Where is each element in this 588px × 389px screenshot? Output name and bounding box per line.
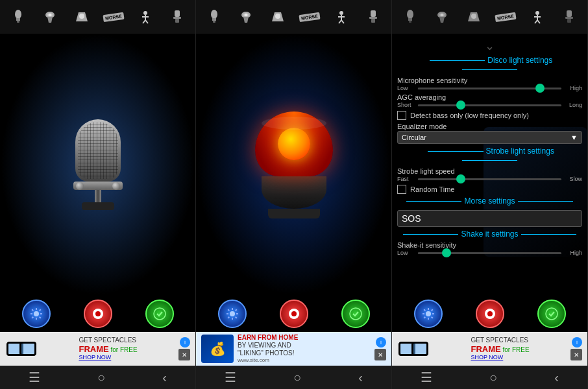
ad-text-1: GET SPECTACLES FRAME for FREE SHOP NOW — [79, 336, 137, 361]
beam3-icon[interactable] — [463, 6, 484, 27]
strobe-slider-thumb[interactable] — [456, 174, 465, 183]
gear-button[interactable] — [22, 300, 51, 328]
home-icon[interactable]: ○ — [97, 370, 105, 385]
stop3-button[interactable] — [476, 300, 504, 328]
siren-bulb — [278, 128, 310, 160]
svg-rect-16 — [175, 19, 179, 23]
random-time-label: Random Time — [410, 185, 454, 193]
morse-text-row — [397, 208, 582, 227]
shake-sensitivity-label: Shake-it sensitivity — [397, 241, 582, 249]
agc-slider[interactable] — [418, 104, 561, 106]
svg-rect-39 — [408, 18, 412, 21]
siren-lens — [262, 117, 326, 130]
settings-button[interactable] — [145, 300, 174, 328]
mic-band — [73, 182, 123, 190]
stop2-button[interactable] — [280, 300, 308, 328]
strobe-slow-label: Slow — [564, 176, 582, 182]
settings-toolbar: MORSE — [392, 0, 587, 34]
ad3-info-button[interactable]: i — [572, 337, 582, 348]
back-icon[interactable]: ‹ — [162, 370, 167, 385]
mic-high-label: High — [564, 85, 582, 91]
glasses-image — [5, 339, 38, 359]
mic-panel: MORSE — [0, 0, 196, 389]
svg-rect-52 — [567, 10, 572, 17]
ad-close-button[interactable]: ✕ — [178, 349, 190, 360]
svg-line-32 — [341, 20, 344, 23]
morse3-badge[interactable]: MORSE — [495, 6, 516, 27]
svg-rect-2 — [17, 21, 19, 23]
settings3-button[interactable] — [537, 300, 566, 328]
mic-sensitivity-label: Microphone sensitivity — [397, 77, 582, 84]
person-icon[interactable] — [135, 6, 156, 27]
agc-label: AGC averaging — [397, 93, 582, 101]
svg-rect-40 — [409, 21, 411, 23]
svg-point-9 — [143, 11, 147, 15]
detect-bass-checkbox[interactable] — [397, 111, 406, 120]
menu-icon[interactable]: ☰ — [29, 370, 40, 385]
collapse-chevron[interactable]: ⌄ — [397, 39, 582, 53]
gear2-button[interactable] — [218, 300, 247, 328]
lamp3-icon[interactable] — [559, 6, 580, 27]
lamp-icon[interactable] — [167, 6, 188, 27]
mic-sensitivity-slider[interactable] — [418, 88, 561, 89]
flashlight-icon[interactable] — [8, 6, 29, 27]
svg-marker-4 — [47, 17, 53, 23]
back2-icon[interactable]: ‹ — [358, 370, 363, 385]
ad3-close-button[interactable]: ✕ — [570, 349, 582, 360]
shake-low-label: Low — [397, 250, 415, 256]
siren-toolbar: MORSE — [196, 0, 391, 34]
settings2-button[interactable] — [341, 300, 370, 328]
svg-line-51 — [537, 20, 540, 23]
shake-slider-thumb[interactable] — [442, 248, 451, 257]
torch3-icon[interactable] — [432, 6, 452, 27]
equalizer-select[interactable]: Circular ▼ — [397, 131, 582, 144]
stop-button[interactable] — [84, 300, 112, 328]
svg-point-37 — [350, 308, 361, 320]
svg-point-38 — [407, 10, 413, 19]
agc-slider-thumb[interactable] — [456, 100, 465, 110]
menu3-icon[interactable]: ☰ — [421, 370, 432, 385]
morse-text-input[interactable] — [397, 210, 582, 227]
strobe-speed-slider[interactable] — [418, 178, 561, 180]
menu2-icon[interactable]: ☰ — [225, 370, 236, 385]
back3-icon[interactable]: ‹ — [554, 370, 559, 385]
shake-sensitivity-row: Shake-it sensitivity Low High — [397, 241, 582, 256]
mic-slider-thumb[interactable] — [535, 84, 545, 93]
equalizer-dropdown-icon: ▼ — [570, 134, 578, 141]
ad-banner-1: GET SPECTACLES FRAME for FREE SHOP NOW i… — [0, 332, 195, 366]
morse-badge[interactable]: MORSE — [103, 6, 124, 27]
svg-point-56 — [546, 308, 557, 320]
siren — [255, 112, 333, 218]
mic-stem — [95, 190, 101, 202]
home3-icon[interactable]: ○ — [489, 370, 497, 385]
person2-icon[interactable] — [331, 6, 352, 27]
strobe-slider-container: Fast Slow — [397, 176, 582, 182]
settings-scroll-area[interactable]: ⌄ Disco light settings Microphone sensit… — [392, 34, 587, 296]
svg-point-46 — [471, 14, 476, 19]
morse2-badge[interactable]: MORSE — [299, 6, 320, 27]
siren-mount — [268, 209, 320, 218]
mic-base — [82, 202, 114, 210]
random-time-checkbox[interactable] — [397, 185, 406, 194]
beam2-icon[interactable] — [267, 6, 288, 27]
svg-line-13 — [145, 20, 148, 23]
torch-icon[interactable] — [40, 6, 60, 27]
random-time-row: Random Time — [397, 185, 582, 194]
strobe-section-title: Strobe light settings — [397, 147, 582, 165]
shake-sensitivity-slider[interactable] — [418, 252, 561, 254]
flashlight3-icon[interactable] — [400, 6, 421, 27]
siren-action-buttons — [196, 296, 391, 332]
ad2-info-button[interactable]: i — [376, 337, 386, 348]
torch2-icon[interactable] — [236, 6, 256, 27]
gear3-button[interactable] — [414, 300, 443, 328]
beam-icon[interactable] — [71, 6, 92, 27]
mic-sensitivity-slider-container: Low High — [397, 85, 582, 91]
person3-icon[interactable] — [527, 6, 548, 27]
home2-icon[interactable]: ○ — [293, 370, 301, 385]
ad-info-button[interactable]: i — [180, 337, 190, 348]
mic-bottom: GET SPECTACLES FRAME for FREE SHOP NOW i… — [0, 296, 195, 389]
lamp2-icon[interactable] — [363, 6, 384, 27]
agc-slider-container: Short Long — [397, 102, 582, 108]
flashlight2-icon[interactable] — [204, 6, 225, 27]
ad2-close-button[interactable]: ✕ — [374, 349, 386, 360]
